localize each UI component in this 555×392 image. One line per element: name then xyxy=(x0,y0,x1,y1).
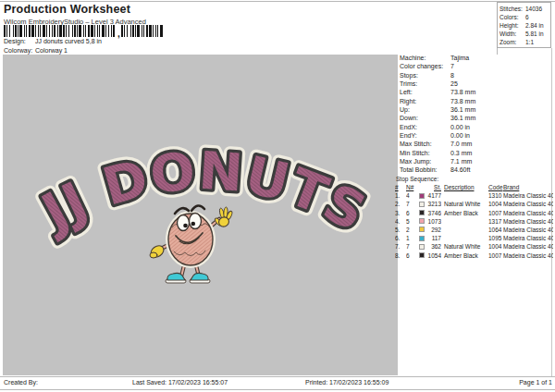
thread-color-swatch xyxy=(419,234,427,242)
stop-row-description xyxy=(441,234,487,242)
stop-row-needle: 5 xyxy=(406,217,419,226)
embroidery-design-art: JJ DONUTS JJ DONUTS JJ DONUTS xyxy=(3,55,398,375)
stop-row-stitches: 3213 xyxy=(427,200,441,208)
stop-row-brand: Madeira Classic 40 xyxy=(503,242,553,251)
col-header-swatch xyxy=(419,183,427,191)
thread-color-swatch xyxy=(419,251,427,260)
stop-row-code: 1004 xyxy=(487,242,503,251)
design-label: Design: xyxy=(4,38,35,44)
stop-row-stitches: 117 xyxy=(427,234,441,242)
stop-row-brand: Madeira Classic 40 xyxy=(503,217,553,226)
donut-mascot xyxy=(149,205,233,283)
machine-info-row: Min Stitch:0.3 mm xyxy=(395,149,552,157)
stop-row-brand: Madeira Classic 40 xyxy=(503,226,553,234)
stop-row-needle: 6 xyxy=(406,251,419,260)
machine-info-row: Trims:25 xyxy=(395,80,552,88)
thread-color-swatch xyxy=(419,242,427,251)
right-hand xyxy=(214,207,233,228)
machine-info-panel: Machine:TajimaColor changes:7Stops:8Trim… xyxy=(395,54,552,175)
stop-row-description xyxy=(441,217,487,226)
machine-info-row: Up:36.1 mm xyxy=(395,105,552,114)
col-header-brand: Brand xyxy=(503,183,553,191)
stop-row-stitches: 1054 xyxy=(427,251,441,260)
machine-info-row: Max Jump:7.1 mm xyxy=(395,157,552,165)
production-worksheet-page: Production Worksheet Wilcom EmbroiderySt… xyxy=(0,0,555,392)
thread-color-swatch xyxy=(419,209,427,217)
stop-row-needle: 1 xyxy=(406,234,419,242)
printed-text: Printed: 17/02/2023 16:55:09 xyxy=(305,379,388,386)
colorway-value: Colorway 1 xyxy=(35,47,68,54)
stop-row-number: 6. xyxy=(395,234,406,242)
colorway-row: Colorway:Colorway 1 xyxy=(4,47,68,54)
stop-row-code: 1007 xyxy=(487,209,503,217)
barcode: , xyxy=(4,25,163,37)
stop-row-code: 1064 xyxy=(487,226,503,234)
stats-row: Height:2.84 in xyxy=(500,21,549,30)
machine-info-row: Stops:8 xyxy=(395,71,552,80)
col-header-stitches: St. xyxy=(427,183,441,191)
design-canvas: JJ DONUTS JJ DONUTS JJ DONUTS xyxy=(3,55,398,375)
design-stats-box: Stitches:14036Colors:6Height:2.84 inWidt… xyxy=(497,2,551,48)
stop-row-description: Amber Black xyxy=(441,251,487,260)
stop-row-number: 4. xyxy=(395,217,406,226)
stop-row-description: Natural White xyxy=(441,242,487,251)
stop-row-code: 1317 xyxy=(487,217,503,226)
barcode-segment-2 xyxy=(121,25,163,37)
stop-sequence-panel: Stop Sequence: # N# St. Description Code… xyxy=(395,175,553,260)
stats-row: Zoom:1:1 xyxy=(500,38,549,46)
stop-row-code: 1007 xyxy=(487,251,503,260)
machine-info-row: Max Stitch:7.0 mm xyxy=(395,140,552,148)
stop-row-number: 7. xyxy=(395,242,406,251)
last-saved-text: Last Saved: 17/02/2023 16:55:07 xyxy=(132,379,228,386)
col-header-num: # xyxy=(395,183,406,191)
stop-row-needle: 7 xyxy=(406,200,419,208)
thread-color-swatch xyxy=(419,217,427,226)
stop-row-brand: Madeira Classic 40 xyxy=(503,209,553,217)
footer-bottom-rule xyxy=(0,389,555,390)
stop-row-brand: Madeira Classic 40 xyxy=(503,191,553,200)
stop-row-number: 3. xyxy=(395,209,406,217)
stop-row-description xyxy=(441,191,487,200)
stop-row-stitches: 1073 xyxy=(427,217,441,226)
stop-row-stitches: 362 xyxy=(427,242,441,251)
machine-info-row: Down:36.1 mm xyxy=(395,114,552,122)
col-header-needle: N# xyxy=(406,183,419,191)
stop-row-description: Natural White xyxy=(441,200,487,208)
page-title: Production Worksheet xyxy=(4,3,130,16)
stop-row-needle: 2 xyxy=(406,226,419,234)
stats-row: Colors:6 xyxy=(500,13,549,21)
created-by-label: Created By: xyxy=(4,379,38,386)
machine-info-row: Right:73.8 mm xyxy=(395,97,552,105)
footer: Created By: Last Saved: 17/02/2023 16:55… xyxy=(0,377,555,389)
barcode-separator: , xyxy=(117,31,120,37)
stop-row-number: 2. xyxy=(395,200,406,208)
stop-row-stitches: 292 xyxy=(427,226,441,234)
stats-row: Width:5.81 in xyxy=(500,30,549,38)
stop-row-stitches: 4177 xyxy=(427,191,441,200)
stats-row: Stitches:14036 xyxy=(500,5,549,13)
stop-row-needle: 4 xyxy=(406,191,419,200)
design-value: JJ donuts curved 5,8 in xyxy=(35,38,102,44)
top-rule xyxy=(0,1,555,2)
stop-row-brand: Madeira Classic 40 xyxy=(503,251,553,260)
machine-info-row: Total Bobbin:84.60ft xyxy=(395,165,552,174)
stop-row-description: Amber Black xyxy=(441,209,487,217)
stop-row-number: 5. xyxy=(395,226,406,234)
stop-row-code: 1095 xyxy=(487,234,503,242)
stop-row-brand: Madeira Classic 40 xyxy=(503,234,553,242)
machine-info-row: Machine:Tajima xyxy=(395,54,552,62)
stop-row-number: 8. xyxy=(395,251,406,260)
thread-color-swatch xyxy=(419,226,427,234)
machine-info-row: Color changes:7 xyxy=(395,62,552,70)
colorway-label: Colorway: xyxy=(4,47,35,54)
page-number: Page 1 of 1 xyxy=(519,379,552,386)
stop-row-code: 1310 xyxy=(487,191,503,200)
design-row: Design:JJ donuts curved 5,8 in xyxy=(4,38,102,44)
stop-row-stitches: 3746 xyxy=(427,209,441,217)
stop-row-code: 1004 xyxy=(487,200,503,208)
stop-row-needle: 6 xyxy=(406,209,419,217)
stop-sequence-title: Stop Sequence: xyxy=(395,175,553,183)
stop-sequence-table: # N# St. Description Code Brand 1. 4 417… xyxy=(395,183,553,260)
col-header-description: Description xyxy=(441,183,487,191)
machine-info-row: EndX:0.00 in xyxy=(395,123,552,131)
